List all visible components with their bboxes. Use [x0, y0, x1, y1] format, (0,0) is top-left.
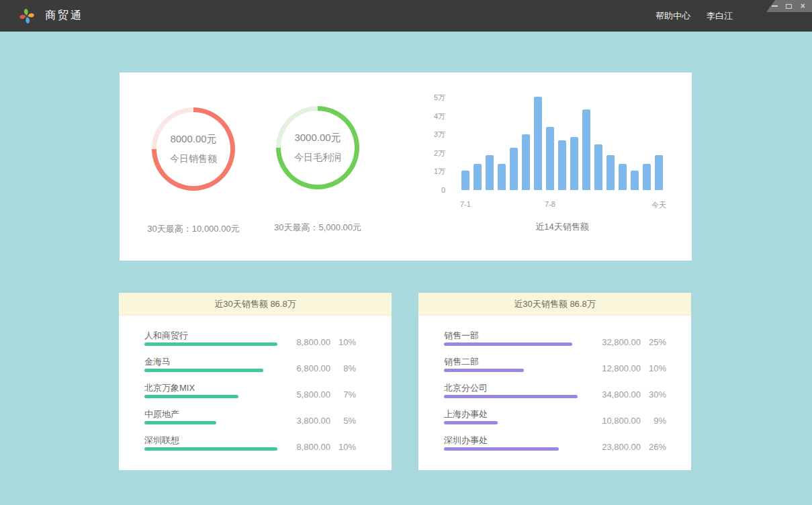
item-bar	[144, 342, 277, 346]
item-percent: 10%	[641, 363, 666, 373]
item-label: 销售二部	[444, 356, 479, 368]
item-percent: 5%	[330, 416, 356, 426]
chart-bar	[631, 171, 639, 190]
chart-ytick-label: 3万	[434, 130, 445, 140]
item-bar	[144, 447, 277, 451]
item-bar	[444, 421, 498, 424]
list-item: 北京分公司 34,800.0030%	[444, 381, 691, 408]
gauge-value: 3000.00元	[294, 132, 341, 144]
item-percent: 10%	[330, 337, 356, 347]
item-percent: 25%	[641, 337, 666, 347]
chart-bar	[570, 137, 578, 190]
list-item: 人和商贸行 8,800.0010%	[144, 329, 392, 355]
item-bar	[144, 369, 263, 372]
gauge-30d-max: 30天最高：5,000.00元	[224, 222, 412, 234]
close-button[interactable]: ×	[799, 2, 807, 10]
item-bar	[144, 395, 238, 398]
list-item: 销售一部 32,800.0025%	[444, 329, 691, 355]
window-controls: ×	[766, 0, 812, 12]
chart-bar	[558, 140, 566, 191]
item-amount: 5,800.00	[277, 389, 330, 400]
chart-bar	[473, 164, 482, 190]
help-center-link[interactable]: 帮助中心	[656, 10, 690, 22]
chart-bar	[582, 109, 590, 190]
titlebar: 商贸通 帮助中心 李白江 ×	[0, 0, 812, 32]
item-percent: 7%	[330, 389, 356, 400]
item-bar	[444, 447, 559, 451]
chart-ytick-label: 1万	[434, 167, 445, 177]
customers-list: 人和商贸行 8,800.0010% 金海马 6,800.008% 北京万象MIX…	[144, 329, 392, 460]
list-item: 销售二部 12,800.0010%	[444, 355, 691, 381]
card-header: 近30天销售额 86.8万	[119, 293, 392, 316]
chart-bar	[643, 164, 651, 190]
item-bar	[444, 369, 524, 372]
sales-14d-chart: 01万2万3万4万5万 近14天销售额 7-17-8今天	[415, 97, 684, 265]
chart-y-axis: 01万2万3万4万5万	[415, 97, 445, 190]
list-item: 上海办事处 10,800.009%	[444, 408, 691, 434]
maximize-button[interactable]	[784, 2, 793, 10]
maximize-icon	[786, 4, 792, 9]
app-title: 商贸通	[45, 9, 83, 23]
chart-xtick-label: 今天	[651, 200, 666, 210]
gauge-label: 今日毛利润	[294, 152, 341, 164]
item-label: 深圳办事处	[444, 434, 488, 447]
user-name-link[interactable]: 李白江	[707, 10, 733, 22]
item-amount: 8,800.00	[277, 442, 330, 452]
item-label: 深圳联想	[144, 434, 179, 447]
chart-bar	[522, 134, 530, 190]
item-amount: 8,800.00	[277, 337, 330, 347]
chart-bar	[619, 164, 627, 190]
chart-bar	[655, 155, 663, 190]
item-label: 人和商贸行	[144, 330, 188, 342]
chart-bar	[510, 148, 518, 191]
chart-xtick-label: 7-8	[545, 200, 555, 208]
item-label: 销售一部	[444, 330, 479, 342]
chart-ytick-label: 4万	[434, 111, 445, 121]
item-percent: 10%	[330, 442, 356, 452]
chart-bar	[546, 127, 554, 190]
item-label: 上海办事处	[444, 408, 488, 420]
card-title: 近30天销售额 86.8万	[214, 298, 296, 310]
item-amount: 6,800.00	[277, 363, 330, 373]
today-overview-card: 8000.00元 今日销售额 30天最高：10,000.00元 3000.00元…	[120, 73, 692, 261]
chart-xtick-label: 7-1	[460, 200, 471, 208]
chart-ytick-label: 0	[441, 186, 445, 194]
chart-bar	[498, 164, 506, 190]
app-logo-pinwheel-icon	[17, 7, 36, 26]
chart-ytick-label: 2万	[434, 148, 445, 158]
item-bar	[144, 421, 216, 424]
chart-bar	[461, 171, 469, 190]
item-label: 中原地产	[144, 408, 179, 420]
chart-bar	[534, 97, 542, 190]
chart-bar	[594, 144, 602, 190]
gauge-value: 8000.00元	[170, 133, 216, 146]
item-label: 北京万象MIX	[144, 382, 195, 394]
item-percent: 8%	[330, 363, 356, 373]
chart-title: 近14天销售额	[461, 221, 663, 233]
close-icon: ×	[800, 2, 805, 10]
item-percent: 26%	[641, 442, 666, 452]
list-item: 中原地产 3,800.005%	[144, 408, 392, 434]
departments-list: 销售一部 32,800.0025% 销售二部 12,800.0010% 北京分公…	[444, 329, 691, 460]
chart-bar	[606, 155, 615, 190]
item-percent: 9%	[641, 416, 666, 426]
item-amount: 32,800.00	[587, 337, 641, 347]
item-amount: 10,800.00	[587, 416, 641, 426]
chart-ytick-label: 5万	[434, 93, 445, 103]
item-bar	[444, 395, 578, 398]
list-item: 金海马 6,800.008%	[144, 355, 392, 381]
item-label: 北京分公司	[444, 382, 488, 394]
card-header: 近30天销售额 86.8万	[418, 293, 691, 316]
list-item: 深圳联想 8,800.0010%	[144, 434, 392, 460]
gauge-label: 今日销售额	[170, 153, 217, 165]
item-amount: 23,800.00	[587, 442, 641, 452]
item-amount: 3,800.00	[277, 416, 330, 426]
item-amount: 34,800.00	[587, 389, 641, 400]
card-title: 近30天销售额 86.8万	[514, 298, 595, 310]
chart-bar	[486, 155, 494, 190]
today-profit-gauge: 3000.00元 今日毛利润 30天最高：5,000.00元	[276, 106, 359, 189]
list-item: 深圳办事处 23,800.0026%	[444, 434, 691, 460]
item-amount: 12,800.00	[587, 363, 641, 373]
item-bar	[444, 342, 572, 346]
minimize-button[interactable]	[770, 2, 778, 10]
